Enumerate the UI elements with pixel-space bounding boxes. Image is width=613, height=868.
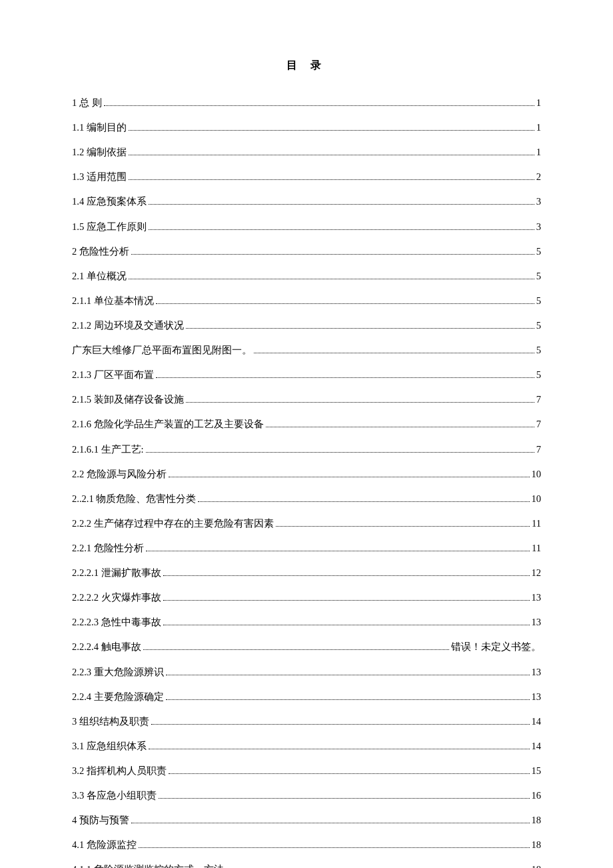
- toc-leader-dots: [156, 369, 534, 378]
- toc-label: 1.2 编制依据: [72, 146, 127, 159]
- toc-leader-dots: [149, 195, 534, 205]
- toc-label: 2.2.3 重大危险源辨识: [72, 666, 164, 679]
- toc-leader-dots: [129, 171, 534, 180]
- toc-page: 13: [532, 591, 542, 605]
- toc-leader-dots: [151, 715, 530, 725]
- toc-label: 1.1 编制目的: [72, 121, 127, 135]
- toc-label: 2.1.3 厂区平面布置: [72, 369, 154, 382]
- toc-item: 广东巨大维修厂总平面布置图见附图一。5: [72, 344, 541, 357]
- toc-leader-dots: [149, 221, 534, 230]
- toc-leader-dots: [169, 468, 530, 477]
- toc-label: 2 危险性分析: [72, 245, 129, 259]
- toc-page: 13: [532, 616, 542, 629]
- toc-label: 1.4 应急预案体系: [72, 195, 147, 209]
- toc-page: 11: [532, 517, 541, 531]
- toc-leader-dots: [131, 245, 534, 255]
- toc-label: 2.2.2.3 急性中毒事故: [72, 616, 161, 629]
- toc-item: 2.2 危险源与风险分析10: [72, 468, 541, 481]
- toc-item: 2..2.1 物质危险、危害性分类10: [72, 493, 541, 506]
- toc-label: 广东巨大维修厂总平面布置图见附图一。: [72, 344, 252, 357]
- toc-page: 3: [536, 221, 541, 234]
- toc-label: 1 总 则: [72, 97, 102, 110]
- toc-leader-dots: [159, 789, 530, 799]
- toc-label: 1.5 应急工作原则: [72, 221, 147, 234]
- toc-page: 5: [536, 245, 541, 259]
- toc-item: 1 总 则1: [72, 97, 541, 110]
- toc-item: 4 预防与预警18: [72, 814, 541, 827]
- toc-label: 3.2 指挥机构人员职责: [72, 765, 167, 778]
- toc-item: 2.2.4 主要危险源确定13: [72, 691, 541, 704]
- toc-page: 1: [536, 97, 541, 110]
- toc-label: 2.1.6 危险化学品生产装置的工艺及主要设备: [72, 418, 264, 431]
- toc-label: 4.1.1 危险源监测监控的方式、方法: [72, 863, 224, 868]
- toc-leader-dots: [163, 567, 530, 576]
- toc-item: 3 组织结构及职责14: [72, 715, 541, 729]
- toc-item: 2.1.6 危险化学品生产装置的工艺及主要设备7: [72, 418, 541, 431]
- toc-label: 2.2.1 危险性分析: [72, 542, 144, 555]
- toc-label: 2.2.2.2 火灾爆炸事故: [72, 591, 161, 605]
- toc-leader-dots: [149, 740, 530, 749]
- toc-leader-dots: [131, 814, 530, 823]
- toc-item: 2.2.2.3 急性中毒事故13: [72, 616, 541, 629]
- toc-page: 10: [532, 468, 542, 481]
- toc-label: 2.2.4 主要危险源确定: [72, 691, 164, 704]
- toc-leader-dots: [146, 443, 534, 453]
- toc-page: 5: [536, 344, 541, 357]
- toc-item: 1.2 编制依据1: [72, 146, 541, 159]
- toc-leader-dots: [226, 863, 530, 868]
- toc-leader-dots: [163, 616, 530, 625]
- toc-page: 7: [536, 393, 541, 407]
- toc-page: 18: [532, 863, 542, 868]
- toc-list: 1 总 则11.1 编制目的11.2 编制依据11.3 适用范围21.4 应急预…: [72, 97, 541, 868]
- toc-label: 2.2.2.4 触电事故: [72, 641, 141, 654]
- toc-label: 2.1.1 单位基本情况: [72, 295, 154, 308]
- toc-page: 7: [536, 443, 541, 457]
- toc-item: 1.1 编制目的1: [72, 121, 541, 135]
- toc-label: 2.2 危险源与风险分析: [72, 468, 167, 481]
- toc-item: 3.1 应急组织体系14: [72, 740, 541, 753]
- page-title: 目 录: [72, 59, 541, 73]
- toc-item: 1.5 应急工作原则3: [72, 221, 541, 234]
- toc-page: 2: [536, 171, 541, 184]
- toc-page: 18: [532, 839, 542, 852]
- toc-label: 2.2.2 生产储存过程中存在的主要危险有害因素: [72, 517, 274, 531]
- toc-leader-dots: [169, 765, 530, 774]
- toc-leader-dots: [166, 666, 530, 675]
- toc-label: 1.3 适用范围: [72, 171, 127, 184]
- toc-label: 2..2.1 物质危险、危害性分类: [72, 493, 196, 506]
- toc-item: 2.2.2.1 泄漏扩散事故12: [72, 567, 541, 580]
- error-prefix: 错误！: [451, 641, 481, 652]
- toc-leader-dots: [163, 591, 530, 601]
- toc-leader-dots: [254, 344, 534, 353]
- toc-item: 2.1.1 单位基本情况5: [72, 295, 541, 308]
- error-rest: 未定义书签。: [481, 641, 541, 652]
- toc-leader-dots: [156, 295, 534, 304]
- toc-leader-dots: [276, 517, 530, 527]
- toc-page: 5: [536, 369, 541, 382]
- toc-leader-dots: [186, 319, 534, 329]
- toc-page: 1: [536, 146, 541, 159]
- toc-page: 5: [536, 295, 541, 308]
- toc-leader-dots: [146, 542, 530, 551]
- toc-item: 1.3 适用范围2: [72, 171, 541, 184]
- toc-item: 2.2.2 生产储存过程中存在的主要危险有害因素11: [72, 517, 541, 531]
- toc-page: 15: [532, 765, 542, 778]
- toc-item: 4.1.1 危险源监测监控的方式、方法18: [72, 863, 541, 868]
- toc-leader-dots: [129, 121, 534, 131]
- toc-leader-dots: [266, 418, 534, 427]
- toc-leader-dots: [129, 270, 534, 279]
- toc-label: 3.3 各应急小组职责: [72, 789, 157, 803]
- toc-page: 14: [532, 715, 542, 729]
- document-page: 目 录 1 总 则11.1 编制目的11.2 编制依据11.3 适用范围21.4…: [0, 0, 613, 868]
- toc-label: 2.2.2.1 泄漏扩散事故: [72, 567, 161, 580]
- toc-page: 10: [532, 493, 542, 506]
- toc-page: 错误！未定义书签。: [451, 641, 541, 654]
- toc-item: 2.2.2.2 火灾爆炸事故13: [72, 591, 541, 605]
- toc-leader-dots: [129, 146, 534, 155]
- toc-page: 5: [536, 319, 541, 333]
- toc-leader-dots: [104, 97, 534, 106]
- toc-item: 2.2.2.4 触电事故错误！未定义书签。: [72, 641, 541, 654]
- toc-page: 13: [532, 666, 542, 679]
- toc-item: 2.1.6.1 生产工艺:7: [72, 443, 541, 457]
- toc-item: 2.1.5 装卸及储存设备设施7: [72, 393, 541, 407]
